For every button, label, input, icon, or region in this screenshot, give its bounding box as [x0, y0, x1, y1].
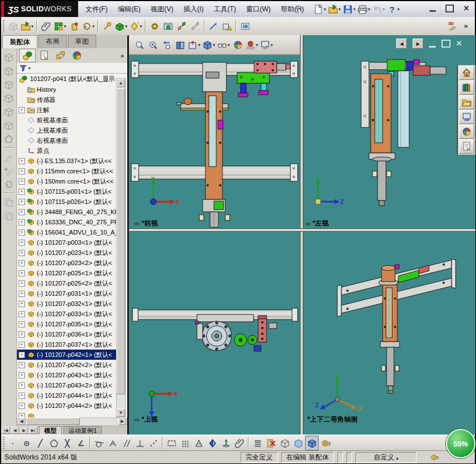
trim-tool[interactable]: ╳: [61, 436, 74, 450]
hide-show-items-button[interactable]: ▾: [216, 37, 231, 52]
displaymanager-tab[interactable]: [68, 49, 85, 62]
menu-file[interactable]: 文件(F): [80, 2, 113, 16]
maximize-button[interactable]: [443, 3, 456, 14]
expand-toggle[interactable]: +: [19, 403, 25, 409]
shaded-edges-style-button[interactable]: [305, 436, 319, 450]
bottom-toolbar-drag-handle[interactable]: [3, 437, 5, 449]
reorder-button[interactable]: [3, 177, 15, 191]
scroll-down-button[interactable]: ▼: [117, 408, 125, 417]
tree-item[interactable]: + (-) 101207-p003<1> (默认<: [17, 237, 116, 248]
display-options-tool[interactable]: [251, 436, 264, 450]
wireframe-style-button[interactable]: [278, 436, 291, 450]
vertical-viewport-splitter[interactable]: [300, 35, 303, 435]
tree-item[interactable]: + (-) 34488_FENG_40_275_KF_: [17, 207, 116, 217]
view-settings-button[interactable]: ▾: [259, 37, 274, 52]
standard-view-4[interactable]: [3, 91, 15, 105]
horizontal-viewport-splitter[interactable]: [129, 228, 475, 232]
expand-toggle[interactable]: +: [19, 372, 25, 378]
expand-toggle[interactable]: +: [19, 158, 25, 164]
scroll-up-button[interactable]: ▲: [117, 79, 125, 87]
add-sketch-button[interactable]: [3, 164, 15, 177]
help-button[interactable]: ▾: [386, 2, 401, 16]
measure-tool[interactable]: [319, 436, 332, 450]
filter-funnel-icon[interactable]: [19, 64, 27, 72]
tree-item[interactable]: + (-) ES.135.037<1> (默认<<: [17, 156, 116, 166]
tree-item[interactable]: + (-) 101207-p043<1> (默认<: [17, 370, 116, 380]
section-view-button[interactable]: [173, 37, 187, 52]
tree-item[interactable]: + (-) 101207-p025<2> (默认<: [17, 278, 116, 288]
tree-item[interactable]: + (-) 101207-p032<1> (默认<: [17, 299, 116, 309]
assembly-xpert-button[interactable]: [220, 19, 234, 33]
tree-item[interactable]: + (-) 101207-p042<2> (默认<: [17, 360, 116, 370]
interference-detection-button[interactable]: [207, 19, 220, 33]
rectangle-tool[interactable]: [165, 436, 178, 450]
panel-tab-layout[interactable]: 布局: [38, 35, 67, 48]
expand-toggle[interactable]: +: [19, 250, 25, 256]
tree-item[interactable]: + (-) 101207-p044<1> (默认<: [17, 390, 116, 401]
tag-icon[interactable]: [430, 453, 439, 462]
tree-item[interactable]: + (-) 101207-p035<1> (默认<: [17, 319, 116, 329]
next-study-button[interactable]: ▶: [20, 427, 28, 434]
tree-item-front-plane[interactable]: + 前视基准面: [17, 115, 116, 125]
standard-view-6[interactable]: [3, 118, 15, 132]
expand-toggle[interactable]: +: [19, 301, 25, 307]
copy-2[interactable]: [3, 209, 15, 223]
tree-horizontal-scrollbar[interactable]: ◀ ▶: [17, 418, 127, 426]
tree-vertical-scrollbar[interactable]: ▲ ▼: [116, 78, 126, 418]
tree-item[interactable]: + (-) 101207-p031<1> (默认<: [17, 288, 116, 299]
circle-tool[interactable]: ⊙: [20, 436, 33, 450]
minimize-button[interactable]: [426, 3, 439, 14]
menu-edit[interactable]: 编辑(E): [113, 2, 145, 16]
tree-item[interactable]: + (-) 107115-p001<1> (默认<: [17, 186, 116, 197]
menu-window[interactable]: 窗口(W): [241, 2, 276, 16]
3d-sketch-button[interactable]: [445, 18, 459, 33]
parallel-relation-tool[interactable]: [119, 436, 133, 450]
expand-toggle[interactable]: +: [19, 178, 25, 185]
file-explorer-button[interactable]: [459, 95, 474, 109]
expand-toggle[interactable]: +: [19, 382, 25, 389]
tree-item[interactable]: +: [17, 411, 116, 418]
move-component-button[interactable]: ▾: [81, 19, 96, 33]
expand-toggle[interactable]: +: [19, 352, 25, 358]
menu-insert[interactable]: 插入(I): [178, 2, 208, 16]
tree-item-history[interactable]: + History: [17, 84, 116, 95]
configurationmanager-tab[interactable]: [52, 49, 68, 62]
first-study-button[interactable]: |◀: [2, 427, 10, 434]
tree-item-top-plane[interactable]: + 上视基准面: [17, 125, 116, 135]
expand-toggle[interactable]: +: [19, 321, 25, 327]
expand-toggle[interactable]: +: [19, 270, 25, 276]
standard-view-1[interactable]: [3, 50, 15, 64]
panel-tab-sketch[interactable]: 草图: [68, 35, 96, 48]
point-tool[interactable]: ·: [6, 436, 20, 450]
expand-toggle[interactable]: +: [19, 260, 25, 266]
menu-help[interactable]: 帮助(H): [276, 2, 309, 16]
save-button[interactable]: ▾: [342, 2, 357, 16]
tree-item-right-plane[interactable]: + 右视基准面: [17, 135, 116, 146]
appearances-scenes-button[interactable]: [459, 125, 474, 139]
assembly-features-button[interactable]: ▾: [114, 19, 128, 33]
expand-toggle[interactable]: +: [19, 209, 25, 215]
open-part-button[interactable]: ▾: [20, 19, 35, 33]
insert-component-button[interactable]: [6, 19, 20, 33]
expand-toggle[interactable]: +: [19, 362, 25, 368]
expand-toggle[interactable]: +: [19, 189, 25, 195]
take-snapshot-button[interactable]: [238, 19, 252, 33]
close-button[interactable]: ×: [460, 3, 473, 14]
new-document-button[interactable]: ▾: [312, 2, 327, 16]
tree-item-sensors[interactable]: + 传感器: [17, 95, 116, 105]
tree-item[interactable]: + (-) 115mm core<1> (默认<<: [17, 166, 116, 176]
tangent-relation-tool[interactable]: [92, 436, 106, 450]
menu-tools[interactable]: 工具(T): [209, 2, 241, 16]
axis-tool[interactable]: [219, 436, 233, 450]
edit-appearance-button[interactable]: [231, 37, 245, 52]
undo-button[interactable]: ▾: [371, 2, 386, 16]
component-pattern-button[interactable]: ▾: [53, 19, 67, 33]
solidworks-resources-button[interactable]: [459, 66, 474, 80]
propertymanager-tab[interactable]: [36, 49, 52, 62]
menu-view[interactable]: 视图(V): [145, 2, 178, 16]
tree-item[interactable]: + (-) 150mm core<1> (默认<<: [17, 176, 116, 186]
pierce-relation-tool[interactable]: [147, 436, 160, 450]
tab-model[interactable]: 模型: [39, 426, 62, 435]
design-library-button[interactable]: [459, 80, 474, 95]
last-study-button[interactable]: ▶|: [29, 427, 37, 434]
